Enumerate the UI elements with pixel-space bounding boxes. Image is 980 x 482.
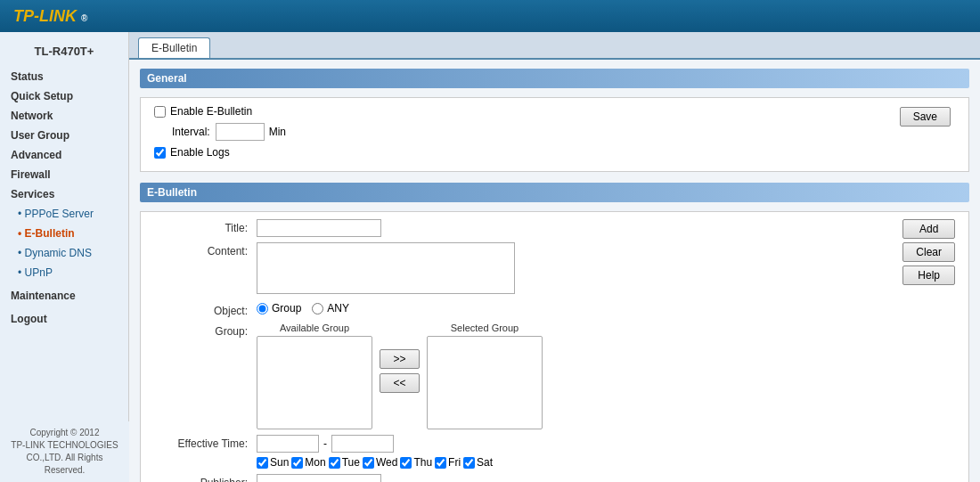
- title-field-container: [257, 219, 960, 237]
- group-row: Group: Available Group >> <<: [141, 323, 968, 429]
- main-content: E-Bulletin General Enable E-Bulletin Int…: [129, 32, 980, 482]
- content-field-container: [257, 242, 960, 297]
- layout: TL-R470T+ Status Quick Setup Network Use…: [0, 32, 980, 482]
- group-transfer: Available Group >> << Selected Group: [257, 323, 960, 429]
- ebulletin-form: Add Clear Help Title: Content:: [140, 211, 969, 482]
- sidebar-item-services[interactable]: Services: [0, 184, 128, 204]
- time-to-input[interactable]: 24:00:00: [331, 435, 394, 453]
- available-group-list[interactable]: [257, 336, 372, 429]
- content-row: Content:: [141, 242, 968, 297]
- add-button[interactable]: Add: [902, 219, 955, 239]
- enable-ebulletin-checkbox[interactable]: [154, 106, 166, 118]
- sidebar-item-advanced[interactable]: Advanced: [0, 145, 128, 165]
- title-input[interactable]: [257, 219, 381, 237]
- interval-unit: Min: [269, 126, 286, 138]
- enable-logs-label: Enable Logs: [170, 146, 230, 159]
- effective-time-row: Effective Time: 00:00:00 - 24:00:00 Sun …: [141, 435, 968, 469]
- group-radio-label: Group: [257, 302, 301, 315]
- sidebar-item-status[interactable]: Status: [0, 67, 128, 86]
- general-section-header: General: [140, 69, 969, 88]
- logo: TP-LINK ®: [13, 7, 87, 26]
- time-range: 00:00:00 - 24:00:00: [257, 435, 960, 453]
- mon-checkbox[interactable]: [291, 457, 303, 469]
- sun-day: Sun: [257, 456, 289, 469]
- tue-checkbox[interactable]: [329, 457, 340, 469]
- days-row: Sun Mon Tue Wed Thu Fri Sat: [257, 456, 960, 469]
- content-label: Content:: [150, 242, 257, 257]
- clear-button[interactable]: Clear: [902, 242, 955, 262]
- tabs-bar: E-Bulletin: [129, 32, 980, 60]
- interval-label: Interval:: [172, 126, 210, 138]
- action-buttons: Add Clear Help: [902, 219, 955, 285]
- sidebar-item-upnp[interactable]: UPnP: [0, 263, 128, 282]
- ebulletin-section-header: E-Bulletin: [140, 183, 969, 202]
- group-radio-text: Group: [272, 302, 301, 315]
- title-label: Title:: [150, 219, 257, 234]
- sidebar-item-quick-setup[interactable]: Quick Setup: [0, 86, 128, 106]
- publisher-input[interactable]: [257, 474, 381, 482]
- sidebar-item-maintenance[interactable]: Maintenance: [0, 286, 128, 306]
- sat-checkbox[interactable]: [463, 457, 475, 469]
- help-button[interactable]: Help: [902, 266, 955, 285]
- content-textarea[interactable]: [257, 242, 515, 294]
- sun-checkbox[interactable]: [257, 457, 268, 469]
- sidebar-footer: Copyright © 2012TP-LINK TECHNOLOGIESCO.,…: [0, 421, 129, 482]
- effective-time-field: 00:00:00 - 24:00:00 Sun Mon Tue Wed Thu …: [257, 435, 960, 469]
- transfer-buttons: >> <<: [380, 323, 420, 393]
- sidebar-item-pppoe-server[interactable]: PPPoE Server: [0, 204, 128, 224]
- any-radio-text: ANY: [327, 302, 349, 315]
- group-field-container: Available Group >> << Selected Group: [257, 323, 960, 429]
- move-right-button[interactable]: >>: [380, 349, 420, 369]
- logo-text: TP-LINK: [13, 7, 77, 25]
- object-radio-group: Group ANY: [257, 302, 960, 315]
- sidebar-item-firewall[interactable]: Firewall: [0, 165, 128, 184]
- enable-logs-row: Enable Logs: [154, 146, 955, 159]
- object-row: Object: Group ANY: [141, 302, 968, 317]
- save-btn-container: Save: [900, 107, 951, 127]
- tue-day: Tue: [329, 456, 360, 469]
- mon-day: Mon: [291, 456, 325, 469]
- publisher-field-container: [257, 474, 960, 482]
- sidebar-item-network[interactable]: Network: [0, 106, 128, 126]
- general-form: Enable E-Bulletin Interval: 60 Min Enabl…: [140, 97, 969, 172]
- sidebar-item-e-bulletin[interactable]: E-Bulletin: [0, 224, 128, 243]
- publisher-row: Publisher:: [141, 474, 968, 482]
- move-left-button[interactable]: <<: [380, 373, 420, 393]
- title-row: Title:: [141, 219, 968, 237]
- wed-checkbox[interactable]: [363, 457, 374, 469]
- device-model: TL-R470T+: [0, 39, 128, 67]
- fri-day: Fri: [435, 456, 461, 469]
- group-radio[interactable]: [257, 303, 268, 315]
- effective-time-label: Effective Time:: [150, 435, 257, 450]
- publisher-label: Publisher:: [150, 474, 257, 482]
- available-group-label: Available Group: [257, 323, 372, 333]
- save-button[interactable]: Save: [900, 107, 951, 127]
- any-radio-label: ANY: [312, 302, 349, 315]
- selected-group-container: Selected Group: [427, 323, 543, 429]
- sidebar-item-dynamic-dns[interactable]: Dynamic DNS: [0, 243, 128, 263]
- thu-checkbox[interactable]: [400, 457, 412, 469]
- group-label: Group:: [150, 323, 257, 338]
- interval-row: Interval: 60 Min: [154, 123, 955, 141]
- enable-logs-checkbox[interactable]: [154, 147, 166, 159]
- sidebar: TL-R470T+ Status Quick Setup Network Use…: [0, 32, 129, 482]
- available-group-container: Available Group: [257, 323, 372, 429]
- interval-input[interactable]: 60: [216, 123, 265, 141]
- time-separator: -: [323, 437, 327, 450]
- logo-registered: ®: [81, 13, 87, 23]
- sidebar-item-user-group[interactable]: User Group: [0, 126, 128, 145]
- wed-day: Wed: [363, 456, 397, 469]
- sat-day: Sat: [463, 456, 493, 469]
- object-field-container: Group ANY: [257, 302, 960, 315]
- sidebar-item-logout[interactable]: Logout: [0, 309, 128, 329]
- selected-group-label: Selected Group: [427, 323, 543, 333]
- tab-ebulletin[interactable]: E-Bulletin: [138, 37, 210, 58]
- enable-ebulletin-label: Enable E-Bulletin: [170, 105, 252, 118]
- time-from-input[interactable]: 00:00:00: [257, 435, 319, 453]
- header: TP-LINK ®: [0, 0, 980, 32]
- selected-group-list[interactable]: [427, 336, 543, 429]
- fri-checkbox[interactable]: [435, 457, 446, 469]
- thu-day: Thu: [400, 456, 432, 469]
- any-radio[interactable]: [312, 303, 323, 315]
- enable-ebulletin-row: Enable E-Bulletin: [154, 105, 955, 118]
